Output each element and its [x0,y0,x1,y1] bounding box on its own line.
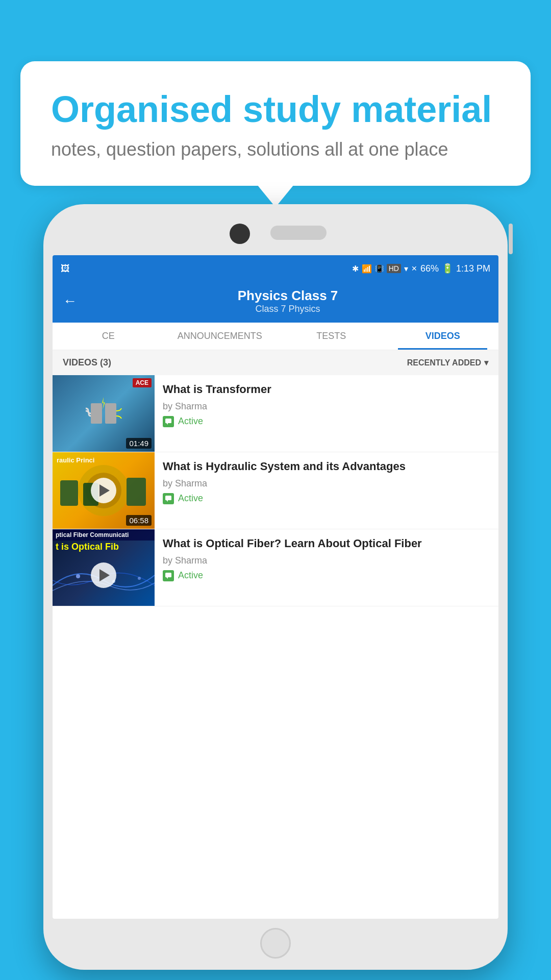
svg-marker-4 [166,423,168,425]
video-thumb-1: ACE 01:49 [53,375,155,452]
speech-bubble: Organised study material notes, question… [20,61,531,186]
video-title-1: What is Transformer [163,382,490,397]
video-info-2: What is Hydraulic System and its Advanta… [155,452,498,511]
fiber-text-large: t is Optical Fib [53,542,155,552]
video-info-3: What is Optical Fiber? Learn About Optic… [155,529,498,589]
phone-screen: 🖼 ✱ 📶 📳 HD ▾ ✕ 66% 🔋 1:13 PM ← [53,255,498,919]
video-thumb-3: ptical Fiber Communicati t is Optical Fi… [53,529,155,606]
tab-tests[interactable]: TESTS [276,323,387,350]
header-title-area: Physics Class 7 Class 7 Physics [87,288,488,314]
play-button-3[interactable] [91,562,116,588]
play-triangle-3 [99,569,110,581]
svg-marker-2 [102,397,105,409]
status-text-1: Active [178,416,203,427]
tab-videos[interactable]: VIDEOS [387,323,499,350]
video-author-1: by Sharma [163,401,490,412]
status-left-icons: 🖼 [61,263,70,274]
battery-icon: 🔋 [442,263,453,274]
transformer-svg [81,393,127,434]
hd-badge: HD [387,264,401,273]
bubble-title: Organised study material [51,89,500,130]
status-right-info: ✱ 📶 📳 HD ▾ ✕ 66% 🔋 1:13 PM [352,263,490,274]
svg-rect-7 [60,480,78,506]
sort-label: RECENTLY ADDED [407,358,481,368]
signal-icon: 📶 [362,264,372,274]
photo-icon: 🖼 [61,263,70,274]
videos-count: VIDEOS (3) [63,357,111,368]
tab-announcements[interactable]: ANNOUNCEMENTS [164,323,276,350]
svg-point-12 [76,574,80,578]
svg-rect-15 [165,573,171,577]
battery-percent: 66% [420,263,439,274]
chat-icon-1 [163,416,174,427]
video-author-3: by Sharma [163,555,490,566]
svg-marker-11 [166,500,168,502]
svg-rect-10 [165,496,171,500]
svg-rect-9 [127,478,146,506]
svg-marker-16 [166,577,168,579]
thumb-ace-label: ACE [133,378,152,387]
phone-speaker [270,226,327,240]
tabs-bar: CE ANNOUNCEMENTS TESTS VIDEOS [53,323,498,350]
back-button[interactable]: ← [63,293,77,309]
time-display: 1:13 PM [456,263,490,274]
fiber-text-top: ptical Fiber Communicati [53,529,155,541]
video-status-3: Active [163,570,490,581]
video-title-2: What is Hydraulic System and its Advanta… [163,459,490,474]
bluetooth-icon: ✱ [352,264,359,274]
status-bar: 🖼 ✱ 📶 📳 HD ▾ ✕ 66% 🔋 1:13 PM [53,255,498,282]
wifi-icon: ▾ [404,264,408,274]
data-icon: ✕ [411,264,417,273]
svg-point-14 [138,577,141,580]
video-list: ACE 01:49 What is Transformer by Sharma [53,375,498,606]
duration-badge-1: 01:49 [126,438,152,449]
video-status-1: Active [163,416,490,427]
chevron-down-icon: ▾ [484,358,488,368]
duration-badge-2: 06:58 [126,515,152,526]
play-button-2[interactable] [91,478,116,503]
video-item-2[interactable]: raulic Princi [53,452,498,529]
svg-rect-1 [105,403,116,424]
header-breadcrumb: Class 7 Physics [87,304,488,314]
app-header: ← Physics Class 7 Class 7 Physics [53,282,498,323]
sort-button[interactable]: RECENTLY ADDED ▾ [407,358,488,368]
phone-power-button [509,224,513,254]
phone-body: 🖼 ✱ 📶 📳 HD ▾ ✕ 66% 🔋 1:13 PM ← [43,204,508,970]
video-author-2: by Sharma [163,478,490,489]
play-triangle-2 [99,484,110,497]
filter-bar: VIDEOS (3) RECENTLY ADDED ▾ [53,350,498,375]
bubble-subtitle: notes, question papers, solutions all at… [51,139,500,160]
thumb-bg-fiber: ptical Fiber Communicati t is Optical Fi… [53,529,155,606]
status-text-2: Active [178,493,203,504]
video-item-3[interactable]: ptical Fiber Communicati t is Optical Fi… [53,529,498,606]
svg-rect-0 [91,403,102,424]
tab-ce[interactable]: CE [53,323,164,350]
phone-home-button[interactable] [260,928,291,959]
svg-rect-3 [165,419,171,423]
video-status-2: Active [163,493,490,504]
video-info-1: What is Transformer by Sharma Active [155,375,498,434]
header-title: Physics Class 7 [87,288,488,304]
video-thumb-2: raulic Princi [53,452,155,529]
chat-icon-3 [163,570,174,581]
phone-camera [230,224,250,244]
chat-icon-2 [163,493,174,504]
video-item-1[interactable]: ACE 01:49 What is Transformer by Sharma [53,375,498,452]
vibrate-icon: 📳 [375,264,384,273]
phone-wrapper: 🖼 ✱ 📶 📳 HD ▾ ✕ 66% 🔋 1:13 PM ← [43,204,508,970]
status-text-3: Active [178,570,203,581]
video-title-3: What is Optical Fiber? Learn About Optic… [163,536,490,551]
